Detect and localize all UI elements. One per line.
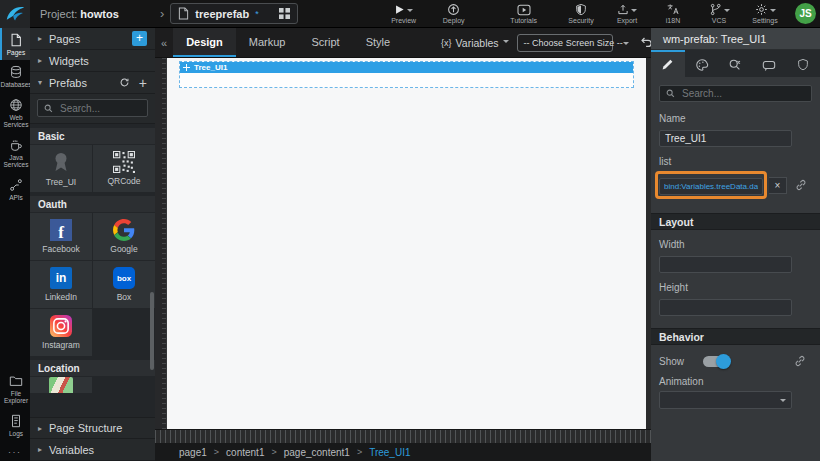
tab-script[interactable]: Script [299, 28, 353, 57]
rail-overflow-button[interactable]: ... [0, 441, 30, 461]
settings-actions: Security Export i18N [561, 0, 820, 28]
prefab-tile-linkedin[interactable]: in LinkedIn [30, 261, 92, 308]
toggle-knob [716, 354, 731, 369]
chevron-right-icon: › [160, 6, 164, 21]
show-toggle[interactable] [703, 356, 730, 367]
list-label: list [659, 156, 812, 167]
properties-panel: wm-prefab: Tree_UI1 [651, 28, 820, 461]
layout-section-header: Layout [651, 213, 820, 230]
chevron-down-icon [724, 9, 730, 15]
breadcrumb-page1[interactable]: page1 [179, 447, 207, 458]
preview-button[interactable]: Preview [384, 0, 424, 28]
tab-properties[interactable] [651, 50, 685, 77]
prefab-tile-map[interactable] [30, 377, 92, 393]
search-icon [44, 104, 53, 113]
canvas-toolbar: « Design Markup Script Style {x} Variabl… [155, 28, 651, 58]
qrcode-icon [113, 151, 135, 173]
git-branch-icon [709, 3, 722, 16]
rail-item-logs[interactable]: Logs [0, 409, 30, 441]
prefab-search-input[interactable] [58, 102, 141, 115]
left-panel: ▸ Pages + ▸ Widgets ▾ Prefabs + [30, 28, 155, 461]
prefab-list[interactable]: Basic Tree_UI [30, 124, 155, 417]
collapse-left-panel-button[interactable]: « [155, 37, 173, 49]
group-header-oauth: Oauth [30, 196, 155, 212]
rail-item-databases[interactable]: Databases [0, 60, 30, 92]
vcs-button[interactable]: VCS [699, 0, 739, 28]
section-pages[interactable]: ▸ Pages + [30, 28, 155, 50]
tab-design[interactable]: Design [173, 28, 236, 57]
rail-spacer [0, 205, 30, 368]
chevron-right-icon: ▸ [38, 34, 42, 43]
export-button[interactable]: Export [607, 0, 647, 28]
prefab-tile-facebook[interactable]: f Facebook [30, 213, 92, 260]
variables-dropdown[interactable]: {x} Variables [441, 37, 509, 49]
settings-button[interactable]: Settings [745, 0, 785, 28]
work-area: « Design Markup Script Style {x} Variabl… [155, 28, 651, 461]
breadcrumb-tree-ui1[interactable]: Tree_UI1 [369, 447, 410, 458]
grid-icon[interactable] [279, 8, 290, 19]
prefab-tile-instagram[interactable]: Instagram [30, 309, 92, 356]
tab-styles[interactable] [685, 50, 719, 77]
list-bind-input[interactable] [659, 178, 763, 195]
canvas-page[interactable]: Tree_UI1 [167, 58, 646, 429]
bind-link-icon[interactable] [795, 179, 807, 191]
section-widgets[interactable]: ▸ Widgets [30, 50, 155, 72]
breadcrumb: page1 > content1 > page_content1 > Tree_… [155, 443, 651, 461]
document-icon [178, 7, 189, 20]
shield-icon [575, 3, 587, 16]
tree-ui-widget[interactable]: Tree_UI1 [179, 61, 634, 88]
translate-icon [666, 3, 680, 16]
section-page-structure[interactable]: ▸ Page Structure [30, 417, 155, 439]
design-canvas[interactable]: Tree_UI1 [155, 58, 651, 429]
tab-style[interactable]: Style [353, 28, 403, 57]
chevron-down-icon [407, 9, 413, 15]
prefab-tile-google[interactable]: Google [93, 213, 155, 260]
security-button[interactable]: Security [561, 0, 601, 28]
name-label: Name [659, 113, 812, 124]
width-input[interactable] [659, 256, 792, 273]
breadcrumb-page-content1[interactable]: page_content1 [284, 447, 350, 458]
name-input[interactable] [659, 130, 792, 147]
open-page-tab[interactable]: treeprefab * [170, 3, 297, 24]
rail-item-apis[interactable]: APIs [0, 173, 30, 205]
rail-item-java-services[interactable]: Java Services [0, 133, 30, 173]
rail-item-file-explorer[interactable]: File Explorer [0, 369, 30, 409]
rail-item-pages[interactable]: Pages [0, 28, 30, 60]
help-actions: Tutorials [504, 0, 544, 28]
prefab-tile-tree-ui[interactable]: Tree_UI [30, 145, 92, 192]
i18n-button[interactable]: i18N [653, 0, 693, 28]
import-prefab-button[interactable]: + [139, 77, 147, 89]
group-header-location: Location [30, 360, 155, 376]
prefab-tile-box[interactable]: box Box [93, 261, 155, 308]
section-variables[interactable]: ▸ Variables [30, 439, 155, 461]
deploy-button[interactable]: Deploy [434, 0, 474, 28]
add-page-button[interactable]: + [132, 31, 147, 46]
breadcrumb-content1[interactable]: content1 [226, 447, 264, 458]
height-input[interactable] [659, 299, 792, 316]
logs-icon [9, 414, 23, 428]
top-bar: Project: howtos › treeprefab * Preview [0, 0, 820, 28]
tab-markup[interactable]: Markup [236, 28, 299, 57]
widget-title-bar[interactable]: Tree_UI1 [180, 62, 633, 73]
behavior-section-header: Behavior [651, 328, 820, 345]
prefab-tile-qrcode[interactable]: QRCode [93, 145, 155, 192]
tab-security[interactable] [786, 50, 820, 77]
animation-select[interactable] [659, 391, 792, 409]
user-avatar[interactable]: JS [795, 3, 816, 24]
variables-icon: {x} [441, 38, 452, 48]
tab-messages[interactable] [752, 50, 786, 77]
tab-events[interactable] [719, 50, 753, 77]
run-actions: Preview Deploy [384, 0, 474, 28]
screen-size-select[interactable]: -- Choose Screen Size -- [517, 34, 613, 52]
breadcrumb-separator: > [214, 447, 219, 457]
api-icon [9, 178, 23, 192]
tutorials-button[interactable]: Tutorials [504, 0, 544, 28]
refresh-icon[interactable] [119, 77, 130, 88]
pages-icon [9, 33, 23, 47]
rail-item-web-services[interactable]: Web Services [0, 93, 30, 133]
section-prefabs[interactable]: ▾ Prefabs + [30, 72, 155, 94]
inspector-search-input[interactable] [680, 87, 805, 100]
clear-bind-button[interactable]: × [769, 177, 787, 194]
scrollbar-thumb[interactable] [150, 292, 154, 370]
show-bind-link-icon[interactable] [794, 355, 806, 367]
